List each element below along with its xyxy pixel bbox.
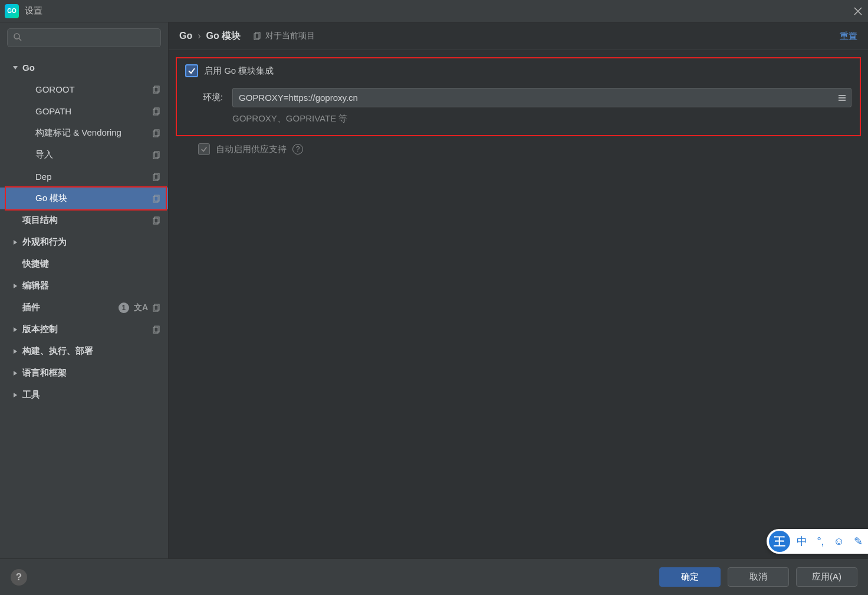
- ime-edit-icon[interactable]: ✎: [851, 535, 866, 548]
- copy-icon: [153, 151, 161, 159]
- enable-go-modules-checkbox[interactable]: [185, 64, 198, 77]
- copy-icon: [153, 326, 161, 334]
- reset-link[interactable]: 重置: [840, 31, 857, 42]
- tree-item[interactable]: 导入: [0, 144, 168, 166]
- tree-item-label: Dep: [35, 172, 52, 182]
- svg-rect-21: [839, 95, 846, 96]
- chevron-right-icon[interactable]: [11, 325, 20, 334]
- copy-icon: [153, 86, 161, 94]
- cancel-button[interactable]: 取消: [728, 567, 789, 587]
- window-title: 设置: [25, 5, 42, 17]
- tree-item-label: 导入: [35, 149, 53, 160]
- tree-item[interactable]: GOPATH: [0, 100, 168, 122]
- copy-icon: [153, 107, 161, 116]
- translate-icon: 文A: [134, 302, 148, 313]
- breadcrumb: Go › Go 模块 对于当前项目 重置: [169, 22, 868, 50]
- chevron-right-icon[interactable]: [11, 281, 20, 291]
- copy-icon: [153, 216, 161, 225]
- copy-icon: [153, 173, 161, 181]
- tree-item[interactable]: 构建、执行、部署: [0, 340, 168, 362]
- expand-list-icon[interactable]: [834, 90, 849, 105]
- tree-item[interactable]: Dep: [0, 166, 168, 188]
- tree-item[interactable]: 插件1文A: [0, 297, 168, 318]
- tree-item-label: 插件: [22, 302, 40, 313]
- ime-toolbar[interactable]: 王 中 °, ☺ ✎: [767, 529, 868, 554]
- tree-item[interactable]: 构建标记 & Vendoring: [0, 122, 168, 144]
- tree-item-label: Go 模块: [35, 193, 67, 204]
- search-wrap: [0, 22, 168, 53]
- search-input[interactable]: [7, 28, 161, 47]
- tree-item[interactable]: 语言和框架: [0, 362, 168, 384]
- auto-vendor-checkbox: [198, 143, 210, 155]
- tree-item[interactable]: 工具: [0, 384, 168, 406]
- main: GoGOROOTGOPATH构建标记 & Vendoring导入DepGo 模块…: [0, 22, 868, 558]
- footer: ? 确定 取消 应用(A): [0, 558, 868, 595]
- help-button[interactable]: ?: [11, 569, 27, 586]
- content: Go › Go 模块 对于当前项目 重置 启用 Go 模块集成 环境:: [169, 22, 868, 558]
- tree-item[interactable]: 版本控制: [0, 318, 168, 340]
- environment-row: 环境:: [185, 88, 851, 107]
- breadcrumb-item: Go 模块: [206, 30, 241, 42]
- enable-go-modules-label: 启用 Go 模块集成: [204, 65, 274, 77]
- tree-item[interactable]: 编辑器: [0, 275, 168, 297]
- tree-item[interactable]: 外观和行为: [0, 231, 168, 253]
- copy-icon: [153, 195, 161, 203]
- highlight-outline: [5, 186, 167, 211]
- tree-item-label: 语言和框架: [22, 367, 67, 379]
- ime-main-icon[interactable]: 王: [769, 531, 790, 552]
- titlebar: GO 设置: [0, 0, 868, 22]
- tree-item-label: 构建标记 & Vendoring: [35, 127, 121, 139]
- tree-item[interactable]: GOROOT: [0, 78, 168, 100]
- tree-item-label: Go: [22, 63, 35, 73]
- chevron-right-icon[interactable]: [11, 390, 20, 400]
- apply-button[interactable]: 应用(A): [796, 567, 857, 587]
- form-panel: 启用 Go 模块集成 环境: GOPROXY、GOPRIVATE 等: [169, 50, 868, 162]
- ime-punct-icon[interactable]: °,: [814, 535, 827, 548]
- ok-button[interactable]: 确定: [659, 567, 721, 587]
- chevron-right-icon[interactable]: [11, 369, 20, 378]
- auto-vendor-label: 自动启用供应支持: [216, 144, 287, 155]
- tree-item-label: 外观和行为: [22, 236, 67, 248]
- tree-item-label: 构建、执行、部署: [22, 346, 93, 357]
- tree-item-label: GOROOT: [35, 84, 75, 94]
- copy-icon: [153, 129, 161, 137]
- environment-input[interactable]: [232, 88, 851, 107]
- chevron-right-icon[interactable]: [11, 238, 20, 247]
- environment-label: 环境:: [185, 92, 223, 103]
- tree-item-label: 版本控制: [22, 324, 58, 335]
- environment-input-wrap: [232, 88, 851, 107]
- help-icon[interactable]: ?: [292, 144, 303, 154]
- tree-item-label: GOPATH: [35, 106, 71, 116]
- auto-vendor-row: 自动启用供应支持 ?: [176, 136, 861, 155]
- chevron-right-icon[interactable]: [11, 347, 20, 356]
- svg-rect-23: [839, 100, 846, 101]
- scope-label: 对于当前项目: [254, 31, 315, 41]
- tree-item-label: 项目结构: [22, 215, 58, 226]
- copy-icon: [153, 304, 161, 312]
- sidebar: GoGOROOTGOPATH构建标记 & Vendoring导入DepGo 模块…: [0, 22, 169, 558]
- settings-tree: GoGOROOTGOPATH构建标记 & Vendoring导入DepGo 模块…: [0, 53, 168, 558]
- copy-icon: [254, 32, 262, 40]
- tree-item[interactable]: Go: [0, 57, 168, 78]
- svg-rect-22: [839, 97, 846, 98]
- tree-item[interactable]: 快捷键: [0, 253, 168, 275]
- tree-item[interactable]: 项目结构: [0, 209, 168, 231]
- tree-item-label: 工具: [22, 389, 40, 400]
- environment-hint: GOPROXY、GOPRIVATE 等: [185, 113, 851, 124]
- tree-item-label: 快捷键: [22, 258, 49, 269]
- ime-emoji-icon[interactable]: ☺: [831, 535, 847, 548]
- app-icon: GO: [5, 4, 19, 18]
- enable-go-modules-row: 启用 Go 模块集成: [185, 64, 851, 77]
- count-badge: 1: [119, 303, 129, 313]
- breadcrumb-item[interactable]: Go: [179, 31, 192, 41]
- close-icon[interactable]: [853, 6, 863, 17]
- chevron-down-icon[interactable]: [11, 63, 20, 73]
- footer-buttons: 确定 取消 应用(A): [659, 567, 857, 587]
- tree-item-label: 编辑器: [22, 280, 49, 291]
- ime-lang[interactable]: 中: [794, 534, 810, 548]
- chevron-right-icon: ›: [198, 31, 200, 41]
- highlighted-section: 启用 Go 模块集成 环境: GOPROXY、GOPRIVATE 等: [176, 57, 861, 136]
- tree-item[interactable]: Go 模块: [0, 188, 168, 209]
